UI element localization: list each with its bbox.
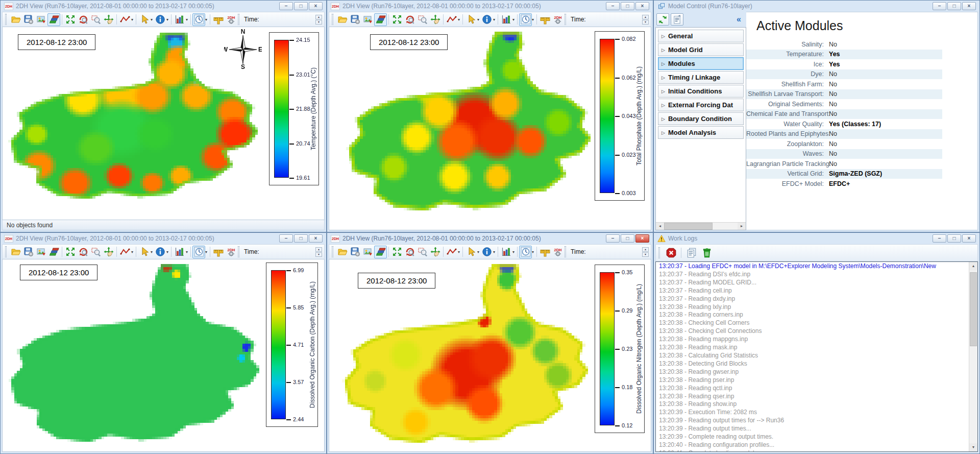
info-button[interactable] xyxy=(154,246,166,258)
stop-button[interactable] xyxy=(664,246,678,260)
clear-log-button[interactable] xyxy=(700,246,714,260)
heatmap-canvas[interactable] xyxy=(344,29,596,216)
close-button[interactable]: × xyxy=(635,234,649,243)
toolbar-grip[interactable] xyxy=(658,247,660,258)
sidebar-item-timing-linkage[interactable]: ▷Timing / Linkage xyxy=(658,71,744,84)
open-folder-button[interactable] xyxy=(9,246,22,258)
dropdown-arrow-icon[interactable]: ▾ xyxy=(512,17,514,22)
expander-icon[interactable]: ▷ xyxy=(662,34,665,39)
profile-line-button[interactable] xyxy=(445,13,458,26)
zoom-window-button[interactable] xyxy=(89,13,102,26)
profile-line-button[interactable] xyxy=(118,246,131,258)
spinner-down-icon[interactable]: ▾ xyxy=(642,20,649,25)
toolbar-grip[interactable] xyxy=(332,14,333,25)
refresh-button[interactable] xyxy=(656,13,669,26)
pan-button[interactable] xyxy=(429,246,442,258)
ruler-button[interactable] xyxy=(212,13,225,26)
layers-button[interactable] xyxy=(47,246,60,258)
window-titlebar[interactable]: Work Logs – □ × xyxy=(655,233,978,244)
maximize-button[interactable]: □ xyxy=(294,234,308,243)
window-titlebar[interactable]: 2DH 2DH View (Run76-10layer, 2012-08-01 … xyxy=(2,233,325,244)
save-button[interactable] xyxy=(22,246,35,258)
sidebar-item-model-analysis[interactable]: ▷Model Analysis xyxy=(658,126,744,139)
select-arrow-button[interactable] xyxy=(138,13,151,26)
clock-button[interactable] xyxy=(192,246,205,258)
dropdown-arrow-icon[interactable]: ▾ xyxy=(532,17,534,22)
chart-button[interactable] xyxy=(500,246,512,258)
pan-button[interactable] xyxy=(102,246,115,258)
2dh-settings-button[interactable]: 2DH xyxy=(225,246,237,258)
toolbar-grip[interactable] xyxy=(565,246,566,257)
scroll-right-icon[interactable]: ▸ xyxy=(738,223,746,230)
close-button[interactable]: × xyxy=(635,2,649,10)
export-image-button[interactable] xyxy=(35,13,47,26)
save-button[interactable] xyxy=(349,246,361,258)
toolbar-grip[interactable] xyxy=(238,246,239,257)
close-button[interactable]: × xyxy=(962,234,976,243)
scroll-thumb[interactable] xyxy=(970,272,977,346)
toolbar-grip[interactable] xyxy=(565,14,566,25)
scroll-thumb[interactable] xyxy=(664,223,713,230)
minimize-button[interactable]: – xyxy=(279,2,293,10)
window-titlebar[interactable]: 2DH 2DH View (Run76-10layer, 2012-08-01 … xyxy=(329,1,651,12)
time-spinner[interactable]: ▴▾ xyxy=(315,247,322,257)
fit-extent-button[interactable] xyxy=(390,13,403,26)
time-spinner[interactable]: ▴▾ xyxy=(315,15,322,25)
toolbar-grip[interactable] xyxy=(238,14,239,25)
fit-extent-button[interactable] xyxy=(64,13,77,26)
maximize-button[interactable]: □ xyxy=(621,2,634,10)
pan-button[interactable] xyxy=(429,13,442,26)
fit-extent-button[interactable] xyxy=(64,246,77,258)
select-arrow-button[interactable] xyxy=(138,246,151,258)
spinner-up-icon[interactable]: ▴ xyxy=(315,15,322,19)
maximize-button[interactable]: □ xyxy=(621,234,634,243)
expander-icon[interactable]: ▷ xyxy=(662,61,665,66)
export-image-button[interactable] xyxy=(361,246,374,258)
open-folder-button[interactable] xyxy=(336,13,349,26)
sidebar-item-model-grid[interactable]: ▷Model Grid xyxy=(658,43,744,56)
minimize-button[interactable]: – xyxy=(933,2,946,10)
expander-icon[interactable]: ▷ xyxy=(662,103,665,108)
spinner-up-icon[interactable]: ▴ xyxy=(642,247,649,252)
heatmap-canvas[interactable] xyxy=(339,261,594,448)
log-vertical-scrollbar[interactable]: ▴ ▾ xyxy=(969,262,977,451)
dropdown-arrow-icon[interactable]: ▾ xyxy=(458,250,460,254)
dropdown-arrow-icon[interactable]: ▾ xyxy=(151,250,153,254)
dropdown-arrow-icon[interactable]: ▾ xyxy=(166,17,168,22)
dropdown-arrow-icon[interactable]: ▾ xyxy=(532,250,534,254)
dropdown-arrow-icon[interactable]: ▾ xyxy=(458,17,460,22)
layers-button[interactable] xyxy=(47,13,60,26)
spinner-up-icon[interactable]: ▴ xyxy=(315,247,322,252)
time-spinner[interactable]: ▴▾ xyxy=(642,247,649,257)
window-titlebar[interactable]: Model Control (Run76-10layer) – □ × xyxy=(655,1,978,12)
spinner-down-icon[interactable]: ▾ xyxy=(315,20,322,25)
dropdown-arrow-icon[interactable]: ▾ xyxy=(477,17,479,22)
2dh-settings-button[interactable]: 2DH xyxy=(551,246,564,258)
dropdown-arrow-icon[interactable]: ▾ xyxy=(205,250,207,254)
dropdown-arrow-icon[interactable]: ▾ xyxy=(493,250,495,254)
spinner-up-icon[interactable]: ▴ xyxy=(642,15,649,19)
save-button[interactable] xyxy=(349,13,361,26)
zoom-previous-button[interactable] xyxy=(77,13,89,26)
sidebar-item-modules[interactable]: ▷Modules xyxy=(658,57,744,70)
ruler-button[interactable] xyxy=(538,246,551,258)
zoom-previous-button[interactable] xyxy=(77,246,89,258)
layers-button[interactable] xyxy=(374,13,387,26)
sidebar-item-general[interactable]: ▷General xyxy=(658,30,744,42)
sidebar-horizontal-scrollbar[interactable]: ◂ ▸ xyxy=(656,222,746,230)
dropdown-arrow-icon[interactable]: ▾ xyxy=(131,17,133,22)
close-button[interactable]: × xyxy=(309,2,323,10)
minimize-button[interactable]: – xyxy=(606,234,620,243)
ruler-button[interactable] xyxy=(212,246,225,258)
chart-button[interactable] xyxy=(173,246,186,258)
zoom-window-button[interactable] xyxy=(416,13,429,26)
2dh-settings-button[interactable]: 2DH xyxy=(551,13,564,26)
scroll-down-icon[interactable]: ▾ xyxy=(969,443,977,451)
log-list[interactable]: 13:20:37 - Loading EFDC+ model in M:\EFD… xyxy=(655,261,978,452)
zoom-window-button[interactable] xyxy=(416,246,429,258)
sidebar-item-initial-conditions[interactable]: ▷Initial Conditions xyxy=(658,85,744,98)
sidebar-item-external-forcing-dat[interactable]: ▷External Forcing Dat xyxy=(658,99,744,111)
window-titlebar[interactable]: 2DH 2DH View (Run76-10layer, 2012-08-01 … xyxy=(2,1,325,12)
fit-extent-button[interactable] xyxy=(390,246,403,258)
close-button[interactable]: × xyxy=(309,234,323,243)
